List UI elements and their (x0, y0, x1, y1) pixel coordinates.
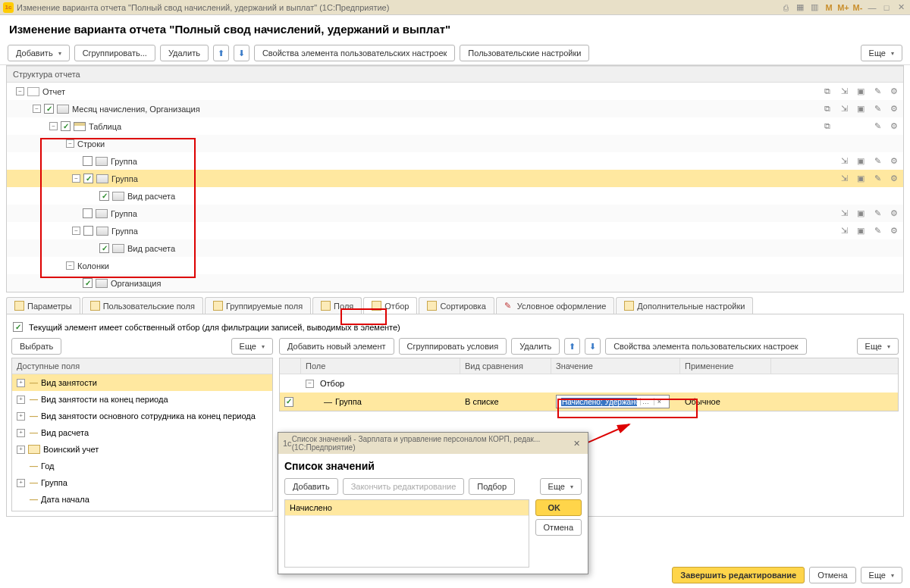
m-minus-icon[interactable]: M- (852, 2, 864, 13)
collapse-icon[interactable]: − (72, 174, 80, 183)
field-row[interactable]: +—Вид занятости на конец периода (12, 391, 272, 408)
flag-icon[interactable]: ✎ (871, 86, 883, 98)
filter-group-row[interactable]: —Группа В списке Начислено; Удержано; В … (280, 393, 898, 411)
checkbox[interactable] (83, 226, 93, 236)
dialog-more-button[interactable]: Еще (540, 478, 582, 495)
tree-row-group[interactable]: Группа ⇲▣✎⚙ (7, 152, 903, 170)
footer-cancel-button[interactable]: Отмена (809, 567, 855, 583)
own-filter-check[interactable]: Текущий элемент имеет собственный отбор … (13, 322, 897, 332)
ellipsis-icon[interactable]: … (640, 398, 651, 405)
link-icon[interactable]: ⇲ (838, 86, 850, 98)
filter-props-button[interactable]: Свойства элемента пользовательских настр… (605, 338, 806, 355)
available-fields-panel: Выбрать Еще Доступные поля +—Вид занятос… (11, 338, 273, 511)
more-button[interactable]: Еще (861, 45, 902, 61)
left-more-button[interactable]: Еще (231, 338, 273, 355)
m-icon[interactable]: M (823, 2, 835, 13)
add-element-button[interactable]: Добавить новый элемент (279, 338, 394, 355)
copy-icon[interactable]: ⧉ (821, 86, 833, 98)
props-icon[interactable]: ▣ (855, 86, 867, 98)
collapse-icon[interactable]: − (66, 261, 74, 270)
print-icon[interactable]: ⎙ (780, 2, 792, 13)
structure-tree: − Отчет ⧉⇲▣✎⚙ − Месяц начисления, Органи… (7, 83, 903, 292)
m-plus-icon[interactable]: M+ (837, 2, 849, 13)
list-item[interactable]: Начислено (285, 500, 529, 516)
checkbox[interactable] (99, 243, 109, 253)
tree-row-group-selected[interactable]: − Группа ⇲▣✎⚙ (7, 170, 903, 187)
tab-filter[interactable]: Отбор (363, 297, 417, 314)
title-bar: 1c Изменение варианта отчета "Полный сво… (0, 0, 910, 15)
tree-row-month-org[interactable]: − Месяц начисления, Организация ⧉⇲▣✎⚙ (7, 100, 903, 117)
filter-root-row[interactable]: −Отбор (280, 374, 898, 393)
tab-fields[interactable]: Поля (312, 297, 362, 314)
tab-params[interactable]: Параметры (6, 297, 80, 314)
minimize-icon[interactable]: — (866, 2, 878, 13)
field-row[interactable]: +—Группа (12, 474, 272, 491)
checkbox[interactable] (83, 156, 93, 166)
group-cond-button[interactable]: Сгруппировать условия (399, 338, 507, 355)
move-down-button[interactable]: ⬇ (585, 338, 601, 355)
dialog-ok-button[interactable]: OK (535, 499, 582, 516)
footer-more-button[interactable]: Еще (861, 567, 902, 583)
collapse-icon[interactable]: − (49, 122, 58, 130)
tree-row-org[interactable]: Организация (7, 274, 903, 292)
tab-group-fields[interactable]: Группируемые поля (205, 297, 311, 314)
select-button[interactable]: Выбрать (11, 338, 61, 355)
tab-cond-format[interactable]: ✎Условное оформление (496, 297, 614, 314)
add-button[interactable]: Добавить (8, 45, 70, 61)
checkbox[interactable] (44, 104, 54, 114)
tree-row-calc-type[interactable]: Вид расчета (7, 239, 903, 257)
calc-icon[interactable]: ▥ (808, 2, 821, 13)
dialog-cancel-button[interactable]: Отмена (535, 519, 582, 536)
dialog-close-icon[interactable]: ✕ (570, 439, 583, 449)
right-more-button[interactable]: Еще (857, 338, 899, 355)
checkbox[interactable] (284, 397, 293, 407)
tab-user-fields[interactable]: Пользовательские поля (82, 297, 203, 314)
tree-row-group[interactable]: Группа ⇲▣✎⚙ (7, 205, 903, 222)
field-row[interactable]: +—Вид занятости основного сотрудника на … (12, 408, 272, 424)
close-icon[interactable]: ✕ (895, 2, 907, 13)
tree-row-table[interactable]: − Таблица ⧉✎⚙ (7, 117, 903, 135)
tree-row-rows[interactable]: − Строки (7, 135, 903, 152)
delete-button[interactable]: Удалить (160, 45, 209, 61)
tree-row-calc-type[interactable]: Вид расчета (7, 187, 903, 205)
user-settings-button[interactable]: Пользовательские настройки (460, 45, 589, 61)
field-row[interactable]: +—Вид занятости (12, 374, 272, 391)
move-down-button[interactable]: ⬇ (234, 45, 249, 61)
checkbox[interactable] (83, 278, 93, 288)
tree-row-columns[interactable]: − Колонки (7, 257, 903, 274)
dialog-add-button[interactable]: Добавить (284, 478, 338, 495)
field-row[interactable]: —Дата окончания (12, 508, 272, 511)
field-list[interactable]: +—Вид занятости +—Вид занятости на конец… (12, 374, 272, 511)
grid-icon[interactable]: ▦ (794, 2, 806, 13)
checkbox[interactable] (83, 174, 93, 183)
checkbox[interactable] (83, 208, 93, 218)
value-input[interactable]: Начислено; Удержано; В … × (556, 395, 670, 408)
tab-add-settings[interactable]: Дополнительные настройки (616, 297, 753, 314)
dialog-pick-button[interactable]: Подбор (469, 478, 515, 495)
field-row[interactable]: +Воинский учет (12, 441, 272, 458)
field-row[interactable]: —Дата начала (12, 491, 272, 508)
collapse-icon[interactable]: − (16, 87, 24, 95)
group-button[interactable]: Сгруппировать... (74, 45, 155, 61)
move-up-button[interactable]: ⬆ (564, 338, 580, 355)
field-row[interactable]: —Год (12, 458, 272, 474)
finish-editing-button[interactable]: Завершить редактирование (672, 567, 805, 583)
collapse-icon[interactable]: − (33, 105, 41, 113)
dialog-finish-button[interactable]: Закончить редактирование (343, 478, 465, 495)
maximize-icon[interactable]: □ (880, 2, 893, 13)
checkbox[interactable] (99, 191, 109, 201)
checkbox[interactable] (61, 121, 71, 131)
settings-icon[interactable]: ⚙ (888, 86, 900, 98)
clear-icon[interactable]: × (654, 398, 664, 405)
delete-filter-button[interactable]: Удалить (511, 338, 560, 355)
move-up-button[interactable]: ⬆ (213, 45, 229, 61)
element-props-button[interactable]: Свойства элемента пользовательских настр… (254, 45, 455, 61)
dialog-value-list[interactable]: Начислено (284, 499, 529, 568)
tab-sort[interactable]: Сортировка (419, 297, 494, 314)
tree-row-group[interactable]: − Группа ⇲▣✎⚙ (7, 222, 903, 239)
collapse-icon[interactable]: − (72, 227, 80, 235)
field-row[interactable]: +—Вид расчета (12, 424, 272, 441)
tree-row-report[interactable]: − Отчет ⧉⇲▣✎⚙ (7, 83, 903, 100)
checkbox[interactable] (13, 322, 23, 332)
collapse-icon[interactable]: − (66, 139, 74, 148)
